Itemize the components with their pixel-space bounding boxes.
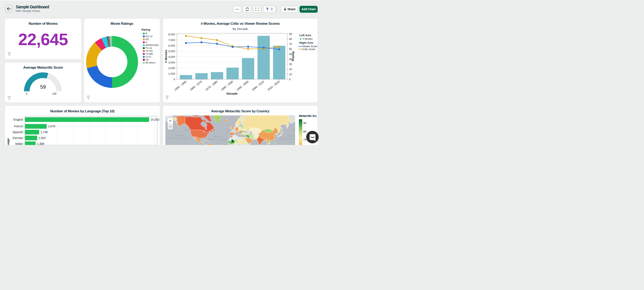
svg-text:Atlantic Ocean: Atlantic Ocean xyxy=(207,138,229,141)
svg-text:N: N xyxy=(292,128,295,132)
svg-text:North: North xyxy=(175,134,184,137)
svg-text:E: E xyxy=(227,129,230,133)
svg-text:Pacific Ocean: Pacific Ocean xyxy=(281,138,295,140)
svg-text:A: A xyxy=(205,127,208,131)
svg-text:North: North xyxy=(214,135,222,138)
svg-text:Pacific Ocean: Pacific Ocean xyxy=(169,137,190,140)
svg-text:North: North xyxy=(288,135,295,137)
